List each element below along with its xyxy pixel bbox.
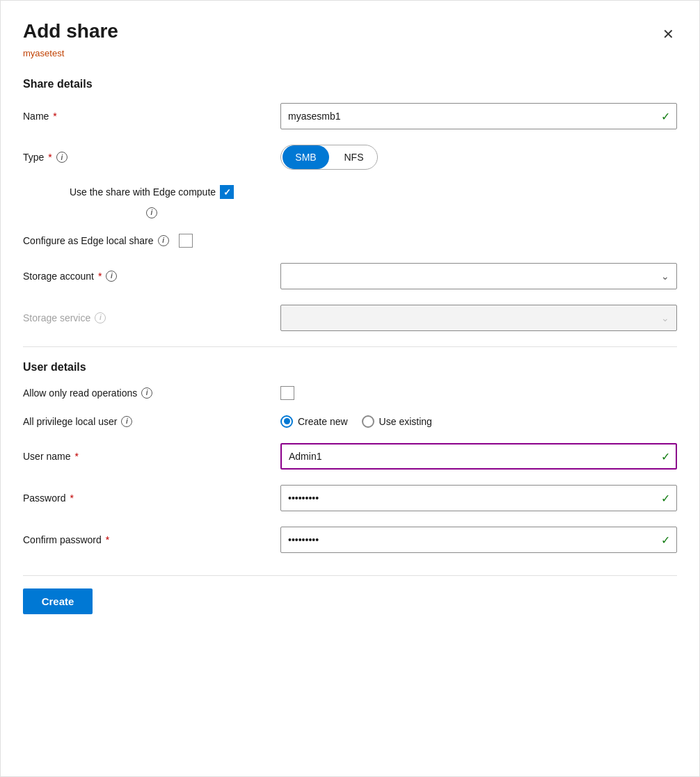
edge-compute-second-line: i — [146, 206, 157, 218]
password-label: Password — [23, 492, 65, 504]
confirm-password-label-col: Confirm password * — [23, 534, 280, 545]
local-user-radio-group: Create new Use existing — [280, 415, 677, 428]
dialog-header: Add share ✕ — [23, 20, 677, 45]
read-only-label: Allow only read operations — [23, 387, 137, 399]
type-required-star: * — [48, 152, 51, 163]
storage-service-info-icon: i — [95, 312, 106, 323]
username-field-col: ✓ — [280, 443, 677, 470]
use-existing-option[interactable]: Use existing — [362, 415, 432, 428]
storage-account-required-star: * — [98, 271, 102, 282]
edge-compute-label: Use the share with Edge compute — [70, 186, 216, 198]
close-button[interactable]: ✕ — [660, 23, 677, 45]
read-only-label-col: Allow only read operations i — [23, 387, 280, 399]
dialog-title: Add share — [23, 20, 118, 42]
confirm-password-input[interactable] — [280, 527, 677, 553]
dialog-footer: Create — [23, 575, 677, 614]
edge-compute-checkbox[interactable] — [220, 185, 234, 199]
share-details-section-title: Share details — [23, 78, 677, 90]
type-row: Type * i SMB NFS — [23, 145, 677, 170]
user-details-section-title: User details — [23, 361, 677, 374]
read-only-checkbox[interactable] — [280, 386, 294, 400]
smb-option[interactable]: SMB — [283, 145, 329, 169]
create-new-option[interactable]: Create new — [280, 415, 348, 428]
create-new-radio-inner — [284, 418, 290, 424]
create-new-radio-outer — [280, 415, 293, 428]
create-new-label: Create new — [298, 416, 348, 427]
name-input-wrapper: ✓ — [280, 103, 677, 129]
type-info-icon: i — [56, 152, 67, 163]
storage-account-label-col: Storage account * i — [23, 271, 280, 282]
name-field-col: ✓ — [280, 103, 677, 129]
storage-service-row: Storage service i ⌄ — [23, 305, 677, 331]
type-label-col: Type * i — [23, 152, 280, 163]
edge-local-row: Configure as Edge local share i — [23, 234, 677, 248]
local-user-label: All privilege local user — [23, 416, 117, 427]
username-input[interactable] — [280, 443, 677, 470]
confirm-password-check-icon: ✓ — [661, 533, 670, 546]
create-button[interactable]: Create — [23, 588, 93, 614]
local-user-row: All privilege local user i Create new Us… — [23, 415, 677, 428]
use-existing-label: Use existing — [379, 416, 432, 427]
password-input[interactable] — [280, 485, 677, 511]
name-label-col: Name * — [23, 111, 280, 122]
username-row: User name * ✓ — [23, 443, 677, 470]
storage-service-label-col: Storage service i — [23, 312, 280, 323]
password-required-star: * — [70, 492, 73, 504]
local-user-info-icon: i — [121, 416, 132, 427]
password-field-col: ✓ — [280, 485, 677, 511]
username-check-icon: ✓ — [661, 449, 670, 463]
local-user-field-col: Create new Use existing — [280, 415, 677, 428]
storage-account-field-col: ⌄ — [280, 263, 677, 289]
password-input-wrapper: ✓ — [280, 485, 677, 511]
add-share-dialog: Add share ✕ myasetest Share details Name… — [0, 0, 700, 777]
edge-compute-row: Use the share with Edge compute i — [23, 185, 677, 218]
edge-compute-first-line: Use the share with Edge compute — [70, 185, 234, 199]
edge-local-info-icon: i — [158, 235, 169, 246]
type-label: Type — [23, 152, 44, 163]
nfs-option[interactable]: NFS — [331, 145, 377, 169]
name-label: Name — [23, 111, 49, 122]
read-only-field-col — [280, 386, 677, 400]
name-input[interactable] — [280, 103, 677, 129]
username-label-col: User name * — [23, 451, 280, 462]
storage-service-arrow: ⌄ — [661, 312, 669, 323]
username-required-star: * — [74, 451, 78, 462]
storage-account-row: Storage account * i ⌄ — [23, 263, 677, 289]
confirm-password-row: Confirm password * ✓ — [23, 527, 677, 553]
dialog-subtitle: myasetest — [23, 48, 677, 58]
read-only-row: Allow only read operations i — [23, 386, 677, 400]
edge-compute-label-col: Use the share with Edge compute i — [23, 185, 280, 218]
password-check-icon: ✓ — [661, 491, 670, 504]
confirm-password-required-star: * — [106, 534, 109, 545]
local-user-label-col: All privilege local user i — [23, 416, 280, 427]
password-label-col: Password * — [23, 492, 280, 504]
edge-local-label-col: Configure as Edge local share i — [23, 234, 280, 248]
name-required-star: * — [53, 111, 56, 122]
confirm-password-label: Confirm password — [23, 534, 102, 545]
edge-compute-info-icon: i — [146, 207, 157, 218]
confirm-password-input-wrapper: ✓ — [280, 527, 677, 553]
section-divider — [23, 346, 677, 347]
storage-service-dropdown: ⌄ — [280, 305, 677, 331]
use-existing-radio-outer — [362, 415, 374, 428]
confirm-password-field-col: ✓ — [280, 527, 677, 553]
storage-account-label: Storage account — [23, 271, 94, 282]
read-only-info-icon: i — [141, 387, 152, 399]
username-label: User name — [23, 451, 70, 462]
username-input-wrapper: ✓ — [280, 443, 677, 470]
password-row: Password * ✓ — [23, 485, 677, 511]
type-toggle[interactable]: SMB NFS — [280, 145, 378, 170]
name-check-icon: ✓ — [661, 110, 670, 123]
storage-account-dropdown[interactable]: ⌄ — [280, 263, 677, 289]
edge-local-checkbox[interactable] — [179, 234, 193, 248]
storage-account-arrow: ⌄ — [661, 271, 669, 282]
storage-service-field-col: ⌄ — [280, 305, 677, 331]
type-field-col: SMB NFS — [280, 145, 677, 170]
name-row: Name * ✓ — [23, 103, 677, 129]
edge-local-label: Configure as Edge local share — [23, 235, 154, 246]
storage-account-info-icon: i — [106, 271, 117, 282]
storage-service-label: Storage service — [23, 312, 90, 323]
